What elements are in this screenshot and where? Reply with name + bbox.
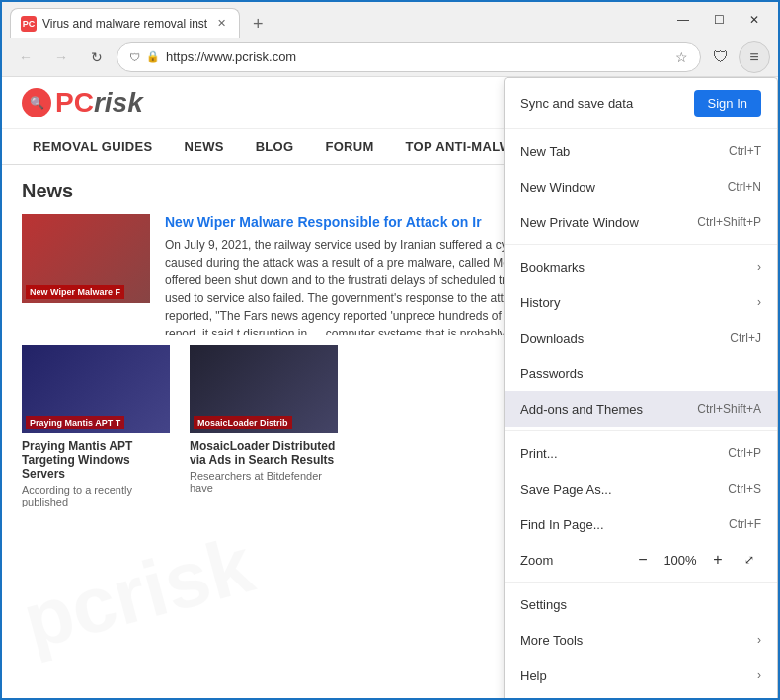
active-tab[interactable]: PC Virus and malware removal inst ✕ <box>10 8 240 38</box>
menu-item-new-private-window[interactable]: New Private Window Ctrl+Shift+P <box>505 204 777 240</box>
url-text: https://www.pcrisk.com <box>166 49 669 64</box>
menu-item-settings[interactable]: Settings <box>505 586 777 622</box>
lock-icon: 🔒 <box>146 50 160 63</box>
menu-item-bookmarks[interactable]: Bookmarks › <box>505 249 777 284</box>
card-text-2: Researchers at Bitdefender have <box>190 470 338 494</box>
card-text-1: According to a recently published <box>22 484 170 507</box>
address-actions: 🛡 ≡ <box>705 41 770 73</box>
url-bar[interactable]: 🛡 🔒 https://www.pcrisk.com ☆ <box>117 42 701 72</box>
menu-item-new-window-shortcut: Ctrl+N <box>728 180 761 194</box>
menu-item-print-label: Print... <box>520 446 728 461</box>
menu-zoom-row: Zoom − 100% + ⤢ <box>505 542 777 578</box>
news-card-1: Praying Mantis APT T Praying Mantis APT … <box>22 345 170 507</box>
card-thumb-1: Praying Mantis APT T <box>22 345 170 433</box>
menu-sync-section: Sync and save data Sign In <box>505 78 777 129</box>
zoom-value: 100% <box>663 553 698 568</box>
news-card-2: MosaicLoader Distrib MosaicLoader Distri… <box>190 345 338 507</box>
tab-favicon: PC <box>21 16 37 32</box>
menu-item-save-page-shortcut: Ctrl+S <box>728 482 761 496</box>
menu-item-more-tools[interactable]: More Tools › <box>505 622 777 658</box>
hamburger-menu-button[interactable]: ≡ <box>739 41 770 73</box>
menu-item-new-private-window-label: New Private Window <box>520 215 697 230</box>
menu-item-new-window[interactable]: New Window Ctrl+N <box>505 169 777 204</box>
menu-item-addons-shortcut: Ctrl+Shift+A <box>697 402 761 416</box>
menu-item-print-shortcut: Ctrl+P <box>728 446 761 460</box>
menu-item-new-tab-shortcut: Ctrl+T <box>729 144 761 158</box>
tab-title: Virus and malware removal inst <box>42 17 207 31</box>
forward-button[interactable]: → <box>45 41 77 73</box>
menu-item-new-private-window-shortcut: Ctrl+Shift+P <box>697 215 761 229</box>
card-title-1[interactable]: Praying Mantis APT Targeting Windows Ser… <box>22 439 170 481</box>
security-icon: 🛡 <box>129 51 140 63</box>
article-thumbnail: New Wiper Malware F <box>22 214 150 303</box>
new-tab-button[interactable]: + <box>244 10 272 38</box>
card-title-2[interactable]: MosaicLoader Distributed via Ads in Sear… <box>190 439 338 467</box>
menu-item-addons-label: Add-ons and Themes <box>520 402 697 417</box>
menu-item-new-window-label: New Window <box>520 180 728 194</box>
maximize-button[interactable]: ☐ <box>703 6 735 34</box>
nav-removal-guides[interactable]: REMOVAL GUIDES <box>17 129 168 164</box>
menu-item-save-page-label: Save Page As... <box>520 482 728 497</box>
menu-item-help-label: Help <box>520 668 757 683</box>
menu-item-help[interactable]: Help › <box>505 658 777 693</box>
logo-text: PCrisk <box>55 87 143 118</box>
zoom-minus-button[interactable]: − <box>631 548 655 572</box>
menu-item-find-label: Find In Page... <box>520 517 729 532</box>
menu-section-tabs: New Tab Ctrl+T New Window Ctrl+N New Pri… <box>505 129 777 245</box>
thumb-label: New Wiper Malware F <box>26 285 124 299</box>
menu-item-new-tab[interactable]: New Tab Ctrl+T <box>505 133 777 169</box>
watermark: pcrisk <box>14 519 262 667</box>
menu-section-browser: Bookmarks › History › Downloads Ctrl+J P… <box>505 245 777 431</box>
menu-sync-text: Sync and save data <box>520 96 633 111</box>
menu-item-more-tools-label: More Tools <box>520 633 757 648</box>
menu-item-new-tab-label: New Tab <box>520 144 729 159</box>
bookmark-star-icon[interactable]: ☆ <box>675 49 688 65</box>
tab-area: PC Virus and malware removal inst ✕ + <box>10 2 662 38</box>
menu-item-addons-themes[interactable]: Add-ons and Themes Ctrl+Shift+A <box>505 391 777 427</box>
logo-pc: PC <box>55 87 94 117</box>
menu-item-find-in-page[interactable]: Find In Page... Ctrl+F <box>505 506 777 542</box>
nav-forum[interactable]: FORUM <box>309 129 389 164</box>
site-logo: 🔍 PCrisk <box>22 87 143 118</box>
menu-item-bookmarks-label: Bookmarks <box>520 260 757 274</box>
refresh-button[interactable]: ↻ <box>81 41 113 73</box>
history-arrow-icon: › <box>757 295 761 309</box>
menu-zoom-label: Zoom <box>520 553 553 568</box>
bookmarks-arrow-icon: › <box>757 260 761 273</box>
menu-item-history-label: History <box>520 295 757 310</box>
menu-item-save-page[interactable]: Save Page As... Ctrl+S <box>505 471 777 506</box>
zoom-controls: − 100% + ⤢ <box>631 548 761 572</box>
menu-item-downloads[interactable]: Downloads Ctrl+J <box>505 320 777 355</box>
back-button[interactable]: ← <box>10 41 41 73</box>
browser-frame: PC Virus and malware removal inst ✕ + — … <box>0 0 780 700</box>
zoom-fullscreen-button[interactable]: ⤢ <box>738 548 761 572</box>
menu-section-page: Print... Ctrl+P Save Page As... Ctrl+S F… <box>505 431 777 583</box>
title-bar: PC Virus and malware removal inst ✕ + — … <box>2 2 778 38</box>
shield-button[interactable]: 🛡 <box>705 41 737 73</box>
minimize-button[interactable]: — <box>667 6 699 34</box>
menu-item-find-shortcut: Ctrl+F <box>729 517 761 531</box>
nav-blog[interactable]: BLOG <box>240 129 310 164</box>
menu-item-passwords[interactable]: Passwords <box>505 355 777 391</box>
menu-sign-in-button[interactable]: Sign In <box>694 90 761 117</box>
menu-section-settings: Settings More Tools › Help › Exit Ctrl+S… <box>505 583 777 698</box>
card-thumb-label-1: Praying Mantis APT T <box>26 416 124 429</box>
menu-item-exit[interactable]: Exit Ctrl+Shift+Q <box>505 693 777 698</box>
nav-news[interactable]: NEWS <box>168 129 239 164</box>
menu-item-downloads-label: Downloads <box>520 331 730 346</box>
tab-close-button[interactable]: ✕ <box>213 16 229 32</box>
window-controls: — ☐ ✕ <box>667 6 770 34</box>
logo-icon: 🔍 <box>22 88 51 117</box>
menu-item-downloads-shortcut: Ctrl+J <box>730 331 761 345</box>
zoom-plus-button[interactable]: + <box>706 548 730 572</box>
close-button[interactable]: ✕ <box>739 6 770 34</box>
menu-item-passwords-label: Passwords <box>520 366 761 381</box>
browser-menu: Sync and save data Sign In New Tab Ctrl+… <box>504 77 778 698</box>
more-tools-arrow-icon: › <box>757 633 761 647</box>
address-bar: ← → ↻ 🛡 🔒 https://www.pcrisk.com ☆ 🛡 ≡ <box>2 38 778 77</box>
menu-item-print[interactable]: Print... Ctrl+P <box>505 435 777 471</box>
help-arrow-icon: › <box>757 668 761 682</box>
page-content: 🔍 PCrisk REMOVAL GUIDES NEWS BLOG FORUM … <box>2 77 778 698</box>
menu-item-history[interactable]: History › <box>505 284 777 320</box>
menu-item-settings-label: Settings <box>520 597 761 612</box>
